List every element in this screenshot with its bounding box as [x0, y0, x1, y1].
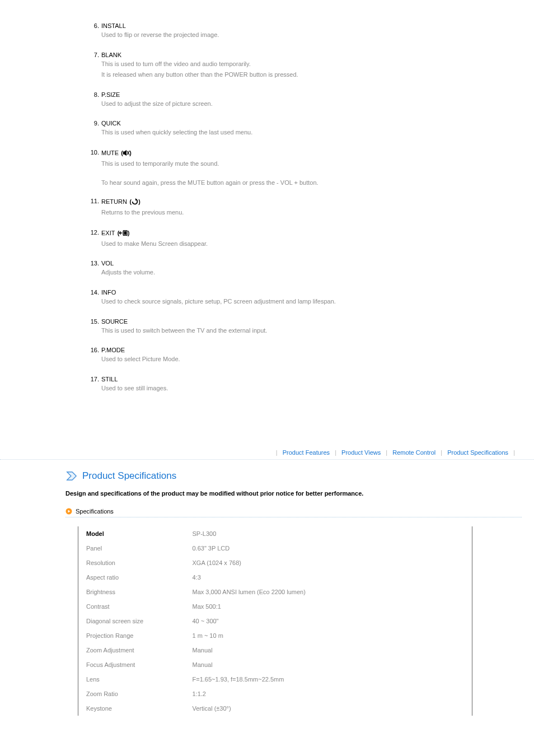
nav-separator: |: [441, 449, 442, 456]
spec-value: F=1.65~1.93, f=18.5mm~22.5mm: [185, 672, 472, 687]
table-row: Diagonal screen size40 ~ 300": [78, 614, 472, 628]
breadcrumb-nav: | Product Features | Product Views | Rem…: [0, 427, 534, 459]
item-description-line: Used to adjust the size of picture scree…: [101, 99, 213, 109]
svg-text:): ): [128, 229, 130, 236]
item-description-line: This is used to switch between the TV an…: [101, 326, 267, 336]
spec-key: Zoom Adjustment: [78, 643, 185, 657]
item-number: 16.: [87, 347, 99, 353]
item-body: P.SIZEUsed to adjust the size of picture…: [99, 91, 213, 110]
table-row: Panel0.63" 3P LCD: [78, 541, 472, 556]
item-number: 6.: [87, 22, 99, 29]
item-title: MUTE: [101, 150, 119, 156]
item-body: MUTE()This is used to temporarily mute t…: [99, 149, 318, 188]
list-item: 17.STILLUsed to see still images.: [87, 376, 512, 395]
list-item: 9.QUICKThis is used when quickly selecti…: [87, 120, 512, 139]
item-number: 11.: [87, 198, 99, 204]
item-number: 12.: [87, 229, 99, 236]
spec-key: Brightness: [78, 585, 185, 599]
spec-table: ModelSP-L300Panel0.63" 3P LCDResolutionX…: [78, 526, 472, 716]
table-row: ModelSP-L300: [78, 526, 472, 541]
list-item: 7.BLANKThis is used to turn off the vide…: [87, 52, 512, 81]
spec-value: 40 ~ 300": [185, 614, 472, 628]
item-number: 17.: [87, 376, 99, 382]
item-description: Used to make Menu Screen disappear.: [101, 239, 208, 249]
item-description-line: Used to select Picture Mode.: [101, 354, 180, 365]
list-item: 11.RETURN()Returns to the previous menu.: [87, 198, 512, 219]
item-description: Returns to the previous menu.: [101, 208, 184, 218]
spec-key: Focus Adjustment: [78, 657, 185, 672]
section-note: Design and specifications of the product…: [65, 490, 534, 497]
item-description-line: This is used to turn off the video and a…: [101, 59, 298, 69]
item-description-line: It is released when any button other tha…: [101, 70, 298, 80]
spec-value: 4:3: [185, 570, 472, 585]
item-title: INSTALL: [101, 22, 126, 29]
table-row: KeystoneVertical (±30°): [78, 701, 472, 716]
nav-separator: |: [513, 449, 515, 456]
spec-value: XGA (1024 x 768): [185, 556, 472, 570]
table-row: Zoom AdjustmentManual: [78, 643, 472, 657]
item-title: INFO: [101, 289, 116, 296]
exit-icon: (): [116, 229, 132, 238]
spec-value: 1 m ~ 10 m: [185, 628, 472, 643]
item-number: 10.: [87, 149, 99, 156]
item-description: This is used to switch between the TV an…: [101, 326, 267, 336]
item-number: 9.: [87, 120, 99, 127]
item-body: SOURCEThis is used to switch between the…: [99, 318, 267, 337]
item-body: QUICKThis is used when quickly selecting…: [99, 120, 252, 139]
nav-link-product-views[interactable]: Product Views: [341, 449, 381, 456]
item-description: Used to select Picture Mode.: [101, 354, 180, 365]
item-title: QUICK: [101, 120, 121, 127]
table-row: Focus AdjustmentManual: [78, 657, 472, 672]
item-description: Used to check source signals, picture se…: [101, 297, 336, 307]
sub-header-specifications: Specifications: [65, 508, 534, 515]
item-description: Used to flip or reverse the projected im…: [101, 30, 219, 40]
item-body: INFOUsed to check source signals, pictur…: [99, 289, 336, 308]
item-body: RETURN()Returns to the previous menu.: [99, 198, 184, 219]
item-body: EXIT()Used to make Menu Screen disappear…: [99, 229, 208, 250]
table-row: Zoom Ratio1:1.2: [78, 687, 472, 701]
item-description-line: Returns to the previous menu.: [101, 208, 184, 218]
divider: [65, 517, 522, 517]
item-description-line: Used to check source signals, picture se…: [101, 297, 336, 307]
item-number: 7.: [87, 52, 99, 58]
item-description: This is used to temporarily mute the sou…: [101, 159, 318, 169]
nav-link-remote-control[interactable]: Remote Control: [392, 449, 435, 456]
spec-value: 0.63" 3P LCD: [185, 541, 472, 556]
spec-value: Vertical (±30°): [185, 701, 472, 716]
nav-link-product-specifications[interactable]: Product Specifications: [447, 449, 508, 456]
nav-link-product-features[interactable]: Product Features: [283, 449, 330, 456]
table-row: Projection Range1 m ~ 10 m: [78, 628, 472, 643]
item-body: VOLAdjusts the volume.: [99, 260, 155, 279]
item-description-line: This is used when quickly selecting the …: [101, 128, 252, 138]
item-description: This is used to turn off the video and a…: [101, 59, 298, 80]
item-title: RETURN: [101, 198, 127, 205]
spec-key: Panel: [78, 541, 185, 556]
item-title: STILL: [101, 376, 118, 382]
spec-value: Manual: [185, 643, 472, 657]
bullet-icon: [65, 508, 72, 515]
item-description-line: This is used to temporarily mute the sou…: [101, 159, 318, 169]
svg-text:): ): [138, 198, 140, 205]
item-description-line: Used to see still images.: [101, 384, 168, 394]
spec-table-wrap: ModelSP-L300Panel0.63" 3P LCDResolutionX…: [65, 526, 534, 716]
item-body: BLANKThis is used to turn off the video …: [99, 52, 298, 81]
list-item: 16.P.MODEUsed to select Picture Mode.: [87, 347, 512, 366]
spec-key: Resolution: [78, 556, 185, 570]
item-description-line: Used to make Menu Screen disappear.: [101, 239, 208, 249]
section-header: Product Specifications: [65, 470, 534, 482]
list-item: 12.EXIT()Used to make Menu Screen disapp…: [87, 229, 512, 250]
item-body: P.MODEUsed to select Picture Mode.: [99, 347, 180, 366]
svg-text:(: (: [129, 198, 132, 205]
item-number: 13.: [87, 260, 99, 267]
table-row: LensF=1.65~1.93, f=18.5mm~22.5mm: [78, 672, 472, 687]
item-body: STILLUsed to see still images.: [99, 376, 168, 395]
spec-key: Diagonal screen size: [78, 614, 185, 628]
list-item: 10.MUTE()This is used to temporarily mut…: [87, 149, 512, 188]
section-title: Product Specifications: [82, 470, 176, 482]
item-description-line: Used to flip or reverse the projected im…: [101, 30, 219, 40]
item-title: EXIT: [101, 230, 115, 236]
spec-value: Max 500:1: [185, 599, 472, 614]
nav-separator: |: [386, 449, 387, 456]
svg-rect-8: [124, 231, 127, 235]
product-specifications-section: Product Specifications Design and specif…: [0, 470, 534, 716]
